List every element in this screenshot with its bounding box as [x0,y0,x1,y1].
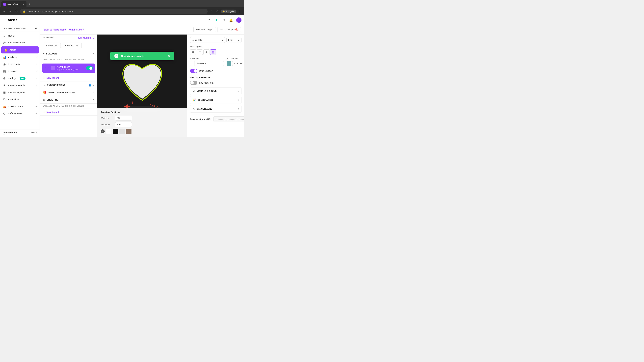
tab-close-btn[interactable]: ✕ [22,3,24,6]
hamburger-btn[interactable]: ☰ [3,18,6,22]
help-icon[interactable]: ? [206,18,211,22]
info-icon-btn[interactable]: i [100,129,105,133]
cheering-collapse-btn[interactable]: ∧ [93,98,94,101]
more-options-btn[interactable]: ⋮ [238,9,242,14]
forward-nav-btn[interactable]: → [8,9,13,14]
incognito-label: Incognito [226,10,234,12]
sparkle-icon[interactable]: ✦ [214,18,219,22]
accent-color-input[interactable] [232,61,244,66]
sidebar-item-community[interactable]: ◉ Community ▾ [0,61,40,68]
cheering-plus-icon: ＋ [43,110,45,113]
align-center-btn[interactable]: ☰ [197,49,203,55]
align-right-btn[interactable]: ≡ [204,49,210,55]
subscriptions-user-plus-icon: 👥 [88,84,92,86]
black-swatch[interactable] [113,129,118,134]
sidebar-item-home[interactable]: ⌂ Home [0,32,40,39]
preview-actions: Preview Alert Send Test Alert [40,41,97,50]
danger-icon: ⚠ [192,107,195,110]
variants-panel: VARIANTS Edit Multiple ⧉ Preview Alert S… [40,34,97,137]
variant-toggle[interactable] [86,66,93,70]
gifted-collapse-btn[interactable]: ∨ [93,91,94,94]
danger-zone-header[interactable]: ⚠ DANGER ZONE ∨ [190,105,241,112]
back-nav-btn[interactable]: ← [2,9,7,14]
tab-favicon: T [3,3,6,6]
browser-toolbar: ← → ↻ 🔒 dashboard.twitch.tv/u/moodjoy071… [0,7,244,15]
copy-variants-icon[interactable]: ⧉ [92,36,94,39]
font-size-select[interactable]: 24px ⌄ [226,37,242,43]
text-color-swatch[interactable] [190,61,195,66]
font-select[interactable]: Semi-Bold ⌄ [190,37,225,43]
sidebar-item-analytics[interactable]: 📊 Analytics ▾ [0,54,40,61]
align-left-btn[interactable]: ≡ [190,49,196,55]
sidebar-item-stream-together[interactable]: ⊞ Stream Together [0,89,40,96]
cheering-title: CHEERING [46,98,93,101]
new-variant-label: New Variant [46,77,59,79]
accent-color-swatch[interactable] [226,61,231,66]
text-layout-buttons: ≡ ☰ ≡ ▤ [190,49,242,55]
star-icon[interactable]: ☆ [209,9,214,14]
extensions-label: Extensions [8,98,20,101]
cheering-new-variant-btn[interactable]: ＋ New Variant [40,108,97,116]
sidebar-item-alerts[interactable]: 🔔 Alerts [1,46,39,53]
sidebar-item-settings[interactable]: ⚙ Settings NEW ▾ [0,75,40,82]
follows-heart-icon: ♥ [43,52,44,55]
drag-handle-icon: ⋮⋮ [44,67,49,69]
save-changes-btn[interactable]: Save Changes 🚫 [218,27,241,32]
reload-btn[interactable]: ↻ [14,9,19,14]
toast-close-btn[interactable]: ✕ [168,54,170,58]
browser-source-url-input[interactable] [214,116,244,122]
back-to-alerts-btn[interactable]: Back to Alerts Home [44,28,66,31]
sidebar-item-content[interactable]: ▦ Content ▾ [0,68,40,75]
visuals-sound-header[interactable]: 🖼 VISUALS & SOUND ∨ [190,88,241,95]
sidebar-item-safety-center[interactable]: ◇ Safety Center ↗ [0,110,40,117]
send-test-alert-btn[interactable]: Send Test Alert [62,43,82,48]
extension-icon[interactable]: ⧉ [215,9,220,14]
tts-section: TEXT-TO-SPEECH Say Alert Text [190,76,242,85]
light-gray-swatch[interactable] [120,129,125,134]
mail-icon[interactable]: ✉ [221,18,226,22]
follows-collapse-btn[interactable]: ∧ [93,52,94,55]
stream-manager-label: Stream Manager [8,41,26,44]
preview-alert-btn[interactable]: Preview Alert [43,43,61,48]
discard-changes-btn[interactable]: Discard Changes [193,27,216,32]
align-justify-btn[interactable]: ▤ [210,49,216,55]
alert-variants-bar: Alert Variants 15/200 [0,130,40,137]
sidebar-item-viewer-rewards[interactable]: ★ Viewer Rewards ▾ [0,82,40,89]
height-input[interactable] [115,122,132,127]
settings-label: Settings [8,77,16,80]
stream-manager-icon: ◎ [3,41,6,44]
sidebar-item-creator-camp[interactable]: ⛺ Creator Camp ↗ [0,103,40,110]
community-icon: ◉ [3,62,6,66]
sidebar-item-extensions[interactable]: ⧉ Extensions [0,96,40,103]
incognito-icon: 🕵 [223,10,225,12]
address-text: dashboard.twitch.tv/u/moodjoy071/stream-… [27,10,73,13]
sidebar-item-stream-manager[interactable]: ◎ Stream Manager [0,39,40,46]
new-tab-btn[interactable]: + [27,2,32,7]
cheering-header[interactable]: ◆ CHEERING ∧ [40,96,97,104]
gifted-header[interactable]: 🎁 GIFTED SUBSCRIPTIONS ∨ [40,89,97,96]
collapse-sidebar-btn[interactable]: ↤ [35,27,38,30]
subscriptions-icon: ☆ [43,83,45,87]
subscriptions-collapse-btn[interactable]: ∨ [93,84,94,86]
drop-shadow-toggle[interactable] [190,69,198,73]
edit-multiple-btn[interactable]: Edit Multiple [78,36,91,39]
celebration-header[interactable]: 🎉 CELEBRATION ∨ [190,96,241,104]
width-input[interactable] [115,116,132,120]
notification-icon[interactable]: 🔔 [229,18,234,22]
alerts-icon: 🔔 [4,48,8,52]
address-bar[interactable]: 🔒 dashboard.twitch.tv/u/moodjoy071/strea… [20,9,208,14]
incognito-btn[interactable]: 🕵 Incognito [221,9,236,13]
accent-color-input-row [226,61,244,66]
subscriptions-header[interactable]: ☆ SUBSCRIPTIONS 👥 ∨ [40,81,97,89]
follows-header[interactable]: ♥ FOLLOWS ∧ [40,50,97,57]
content-label: Content [8,70,16,73]
user-avatar[interactable] [236,17,242,23]
whats-new-btn[interactable]: What's New? [69,28,84,31]
white-swatch[interactable] [106,129,111,134]
text-color-input[interactable] [196,61,224,66]
celebration-chevron-icon: ∨ [237,99,239,101]
brown-swatch[interactable] [126,129,132,134]
follow-variant-item[interactable]: ⋮⋮ 1 New Follow Any new follow to your c… [42,63,95,73]
follows-new-variant-btn[interactable]: ＋ New Variant [40,74,97,81]
say-alert-toggle[interactable] [190,81,198,85]
